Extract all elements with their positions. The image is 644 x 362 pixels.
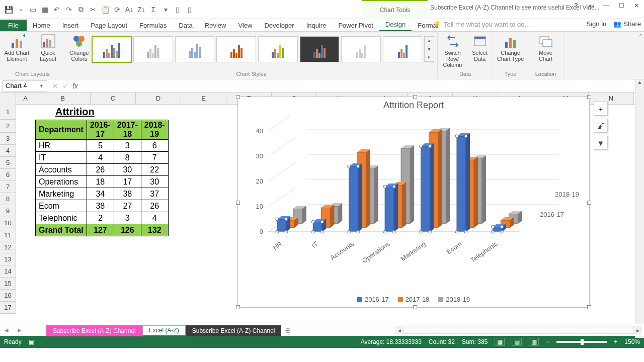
change-colors-button[interactable]: Change Colors xyxy=(69,34,89,62)
print-preview-icon[interactable]: ▦ xyxy=(39,4,50,15)
maximize-icon[interactable]: ☐ xyxy=(614,0,629,11)
chart-style-1[interactable] xyxy=(92,36,132,62)
chart-style-2[interactable] xyxy=(133,36,173,62)
page-layout-view-icon[interactable]: ▤ xyxy=(512,338,522,346)
bar[interactable] xyxy=(313,222,322,232)
column-header-E[interactable]: E xyxy=(181,93,226,104)
formula-input[interactable] xyxy=(83,80,632,92)
zoom-slider[interactable] xyxy=(556,341,607,343)
chart-styles-button[interactable]: 🖌 xyxy=(594,119,608,133)
table-cell-dept[interactable]: IT xyxy=(36,152,87,164)
chart-plot-area[interactable]: 010203040HRITAccountsOperationsMarketing… xyxy=(238,116,590,287)
share-button[interactable]: 👥 Share xyxy=(613,20,641,28)
row-header-14[interactable]: 14 xyxy=(0,265,16,278)
table-cell-grand[interactable]: 132 xyxy=(141,224,168,236)
minimize-icon[interactable]: — xyxy=(599,0,614,11)
table-cell-value[interactable]: 27 xyxy=(114,200,141,212)
ribbon-display-icon[interactable]: ▭ xyxy=(584,0,599,11)
row-header-6[interactable]: 6 xyxy=(0,169,16,181)
table-header[interactable]: 2017-18 xyxy=(114,120,141,140)
bar[interactable] xyxy=(277,219,286,232)
page-break-view-icon[interactable]: ▥ xyxy=(529,338,539,346)
fx-icon[interactable]: fx xyxy=(72,82,78,90)
table-cell-dept[interactable]: HR xyxy=(36,140,87,152)
chart-styles-gallery[interactable]: ▲▼▾ xyxy=(92,34,434,65)
scroll-up-icon[interactable]: ▲ xyxy=(425,37,433,45)
column-header-C[interactable]: C xyxy=(91,93,136,104)
table-cell-value[interactable]: 37 xyxy=(141,188,168,200)
chart-object[interactable]: Attrition Report 010203040HRITAccountsOp… xyxy=(237,97,590,308)
bar[interactable] xyxy=(385,187,394,232)
scroll-up-arrow-icon[interactable]: ▲ xyxy=(635,79,644,87)
row-header-1[interactable]: 1 xyxy=(0,105,16,120)
table-cell-value[interactable]: 8 xyxy=(114,152,141,164)
table-cell-value[interactable]: 4 xyxy=(87,152,114,164)
normal-view-icon[interactable]: ▦ xyxy=(495,338,505,346)
table-cell-value[interactable]: 26 xyxy=(87,164,114,176)
table-cell-value[interactable]: 34 xyxy=(87,188,114,200)
table-cell-value[interactable]: 26 xyxy=(141,200,168,212)
sort-desc-icon[interactable]: Z↓ xyxy=(136,4,147,15)
refresh-icon[interactable]: ⟳ xyxy=(112,4,123,15)
scroll-right-arrow-icon[interactable]: ► xyxy=(634,328,642,333)
table-cell-value[interactable]: 5 xyxy=(87,140,114,152)
change-chart-type-button[interactable]: Change Chart Type xyxy=(497,34,525,62)
chart-styles-scroll[interactable]: ▲▼▾ xyxy=(424,36,434,62)
tell-me-box[interactable]: 💡 Tell me what you want to do... xyxy=(433,21,530,28)
tab-power-pivot[interactable]: Power Pivot xyxy=(332,20,379,31)
worksheet-grid[interactable]: ABCDEFGHIJKLMN 1234567891011121314151617… xyxy=(0,93,644,324)
macro-record-icon[interactable]: ▣ xyxy=(29,338,34,345)
row-header-8[interactable]: 8 xyxy=(0,193,16,205)
table-cell-value[interactable]: 6 xyxy=(141,140,168,152)
tab-data[interactable]: Data xyxy=(173,20,198,31)
chart-style-5[interactable] xyxy=(258,36,298,62)
sheet-nav-prev-icon[interactable]: ◄ xyxy=(0,327,13,334)
row-header-12[interactable]: 12 xyxy=(0,241,16,253)
sheet-tab-3[interactable]: Subscribe Excel (A-Z) Channel xyxy=(186,325,282,336)
row-header-15[interactable]: 15 xyxy=(0,278,16,290)
chart-style-8[interactable] xyxy=(383,36,423,62)
table-cell-grand-label[interactable]: Grand Total xyxy=(36,224,87,236)
column-header-A[interactable]: A xyxy=(16,93,35,104)
tab-view[interactable]: View xyxy=(232,20,258,31)
tab-file[interactable]: File xyxy=(0,20,27,31)
row-header-3[interactable]: 3 xyxy=(0,133,16,145)
doc-icon[interactable]: ▯ xyxy=(184,4,195,15)
table-cell-dept[interactable]: Telephonic xyxy=(36,212,87,224)
bar[interactable] xyxy=(457,136,466,232)
new-sheet-button[interactable]: ⊕ xyxy=(281,326,294,335)
sheet-nav-next-icon[interactable]: ► xyxy=(13,327,26,334)
table-cell-value[interactable]: 7 xyxy=(141,152,168,164)
chart-elements-button[interactable]: + xyxy=(594,102,608,116)
table-cell-value[interactable]: 3 xyxy=(114,140,141,152)
column-header-B[interactable]: B xyxy=(35,93,91,104)
table-cell-value[interactable]: 17 xyxy=(114,176,141,188)
new-file-icon[interactable]: ▫ xyxy=(15,4,26,15)
vertical-scrollbar[interactable]: ▲ ▼ xyxy=(635,79,644,338)
scroll-down-icon[interactable]: ▼ xyxy=(425,45,433,54)
bar[interactable] xyxy=(349,166,358,232)
horizontal-scrollbar[interactable]: ◄ ► xyxy=(395,326,642,334)
tab-home[interactable]: Home xyxy=(27,20,56,31)
tab-developer[interactable]: Developer xyxy=(258,20,300,31)
switch-row-column-button[interactable]: Switch Row/ Column xyxy=(440,34,466,68)
table-header[interactable]: 2018-19 xyxy=(141,120,168,140)
move-chart-button[interactable]: Move Chart xyxy=(532,34,560,62)
table-cell-dept[interactable]: Accounts xyxy=(36,164,87,176)
more-icon[interactable]: ▾ xyxy=(160,4,171,15)
add-chart-element-button[interactable]: + Add Chart Element xyxy=(3,34,31,62)
row-header-5[interactable]: 5 xyxy=(0,157,16,169)
table-cell-value[interactable]: 2 xyxy=(87,212,114,224)
table-cell-value[interactable]: 38 xyxy=(87,200,114,212)
zoom-in-button[interactable]: + xyxy=(614,338,617,345)
tab-insert[interactable]: Insert xyxy=(56,20,85,31)
row-header-17[interactable]: 17 xyxy=(0,302,16,314)
table-cell-dept[interactable]: Ecom xyxy=(36,200,87,212)
chart-style-7[interactable] xyxy=(341,36,381,62)
zoom-out-button[interactable]: − xyxy=(546,338,549,345)
save-icon[interactable]: 💾 xyxy=(3,4,14,15)
sort-asc-icon[interactable]: A↓ xyxy=(124,4,135,15)
scroll-left-arrow-icon[interactable]: ◄ xyxy=(395,328,404,333)
table-header[interactable]: 2016-17 xyxy=(87,120,114,140)
row-header-4[interactable]: 4 xyxy=(0,145,16,157)
